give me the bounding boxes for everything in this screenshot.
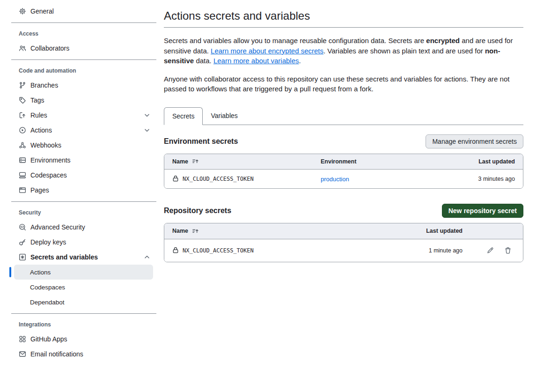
lock-icon bbox=[172, 175, 179, 182]
sidebar-item-tags[interactable]: Tags bbox=[9, 93, 156, 108]
repository-secrets-table: Name Last updated NX_CLOUD_ACCESS_TOKEN … bbox=[164, 223, 523, 262]
mail-icon bbox=[19, 350, 26, 358]
sidebar-item-label: Pages bbox=[30, 186, 49, 194]
browser-icon bbox=[19, 186, 26, 194]
sidebar-section-security: Security bbox=[9, 206, 156, 220]
sidebar-item-label: Actions bbox=[30, 126, 52, 134]
sidebar-subitem-label: Dependabot bbox=[30, 299, 65, 306]
secret-name: NX_CLOUD_ACCESS_TOKEN bbox=[183, 247, 254, 254]
sidebar-item-label: Tags bbox=[30, 96, 44, 104]
key-asterisk-icon bbox=[19, 253, 26, 261]
sidebar-item-email-notifications[interactable]: Email notifications bbox=[9, 347, 156, 362]
learn-more-encrypted-secrets-link[interactable]: Learn more about encrypted secrets bbox=[211, 47, 323, 55]
sidebar-item-github-apps[interactable]: GitHub Apps bbox=[9, 332, 156, 347]
sidebar-item-label: Collaborators bbox=[30, 44, 69, 52]
repository-secrets-heading: Repository secrets bbox=[164, 207, 231, 215]
tab-secrets[interactable]: Secrets bbox=[164, 107, 203, 125]
sidebar-divider bbox=[11, 201, 156, 202]
sidebar-section-access: Access bbox=[9, 27, 156, 41]
sidebar-subitem-codespaces[interactable]: Codespaces bbox=[14, 280, 153, 295]
sidebar-section-integrations: Integrations bbox=[9, 318, 156, 332]
sidebar-subitem-actions[interactable]: Actions bbox=[14, 265, 153, 280]
secret-name-cell: NX_CLOUD_ACCESS_TOKEN bbox=[164, 175, 321, 182]
sidebar-item-label: GitHub Apps bbox=[30, 335, 67, 343]
secret-name: NX_CLOUD_ACCESS_TOKEN bbox=[183, 176, 254, 182]
environment-secrets-heading: Environment secrets bbox=[164, 137, 238, 146]
intro-text-span: . bbox=[299, 57, 301, 65]
sidebar-item-rules[interactable]: Rules bbox=[9, 108, 156, 123]
play-circle-icon bbox=[19, 126, 26, 134]
sidebar-item-branches[interactable]: Branches bbox=[9, 78, 156, 93]
sidebar-item-actions[interactable]: Actions bbox=[9, 123, 156, 138]
last-updated-cell: 1 minute ago bbox=[403, 247, 470, 254]
sort-ascending-icon bbox=[192, 158, 199, 165]
gear-icon bbox=[19, 7, 26, 15]
sidebar-item-label: Email notifications bbox=[30, 350, 83, 358]
chevron-down-icon bbox=[143, 111, 151, 119]
column-header-last-updated: Last updated bbox=[403, 228, 470, 234]
last-updated-cell: 3 minutes ago bbox=[433, 176, 523, 182]
sidebar-item-label: Codespaces bbox=[30, 171, 67, 179]
sidebar-item-webhooks[interactable]: Webhooks bbox=[9, 138, 156, 153]
sidebar-subitem-label: Actions bbox=[30, 269, 51, 276]
environment-cell: production bbox=[321, 175, 433, 183]
column-header-last-updated: Last updated bbox=[433, 158, 523, 165]
lock-icon bbox=[172, 247, 179, 254]
intro-paragraph-2: Anyone with collaborator access to this … bbox=[164, 74, 523, 94]
webhook-icon bbox=[19, 141, 26, 149]
intro-text-span: data. bbox=[194, 57, 213, 65]
intro-text: Secrets and variables allow you to manag… bbox=[164, 36, 523, 94]
tag-icon bbox=[19, 96, 26, 104]
column-header-name[interactable]: Name bbox=[164, 158, 321, 165]
sidebar-item-collaborators[interactable]: Collaborators bbox=[9, 41, 156, 56]
people-icon bbox=[19, 44, 26, 52]
new-repository-secret-button[interactable]: New repository secret bbox=[442, 204, 523, 218]
tab-variables[interactable]: Variables bbox=[203, 107, 245, 125]
sidebar-item-advanced-security[interactable]: Advanced Security bbox=[9, 220, 156, 235]
rules-icon bbox=[19, 111, 26, 119]
sidebar-divider bbox=[11, 313, 156, 314]
codespaces-icon bbox=[19, 171, 26, 179]
sidebar-item-environments[interactable]: Environments bbox=[9, 153, 156, 168]
manage-environment-secrets-button[interactable]: Manage environment secrets bbox=[426, 134, 523, 148]
column-header-label: Name bbox=[172, 158, 188, 165]
sort-ascending-icon bbox=[192, 228, 199, 235]
server-icon bbox=[19, 156, 26, 164]
sidebar-section-code-automation: Code and automation bbox=[9, 64, 156, 78]
column-header-name[interactable]: Name bbox=[164, 228, 403, 235]
sidebar-subitem-label: Codespaces bbox=[30, 284, 65, 291]
sidebar-divider bbox=[11, 59, 156, 60]
sidebar-item-secrets-and-variables[interactable]: Secrets and variables bbox=[9, 250, 156, 265]
environment-link[interactable]: production bbox=[321, 176, 349, 183]
apps-icon bbox=[19, 335, 26, 343]
sidebar-item-label: Environments bbox=[30, 156, 71, 164]
sidebar-item-label: Deploy keys bbox=[30, 238, 66, 246]
row-actions bbox=[470, 247, 523, 254]
settings-page: General Access Collaborators Code and au… bbox=[0, 0, 551, 392]
page-title: Actions secrets and variables bbox=[164, 9, 523, 22]
sidebar-subitem-dependabot[interactable]: Dependabot bbox=[14, 295, 153, 310]
chevron-down-icon bbox=[143, 126, 151, 134]
sidebar-item-deploy-keys[interactable]: Deploy keys bbox=[9, 235, 156, 250]
codescan-icon bbox=[19, 223, 26, 231]
chevron-up-icon bbox=[143, 253, 151, 261]
edit-pencil-icon[interactable] bbox=[486, 247, 494, 254]
title-divider bbox=[164, 27, 523, 28]
git-branch-icon bbox=[19, 81, 26, 89]
sidebar-item-pages[interactable]: Pages bbox=[9, 183, 156, 198]
sidebar-item-codespaces[interactable]: Codespaces bbox=[9, 168, 156, 183]
settings-sidebar: General Access Collaborators Code and au… bbox=[0, 0, 156, 392]
environment-secrets-header-row: Environment secrets Manage environment s… bbox=[164, 134, 523, 149]
table-header-row: Name Environment Last updated bbox=[164, 154, 523, 170]
sidebar-item-label: Secrets and variables bbox=[30, 253, 98, 261]
column-header-label: Name bbox=[172, 228, 188, 234]
intro-bold-encrypted: encrypted bbox=[426, 37, 460, 44]
delete-trash-icon[interactable] bbox=[504, 247, 512, 254]
intro-paragraph-1: Secrets and variables allow you to manag… bbox=[164, 36, 523, 66]
sidebar-item-general[interactable]: General bbox=[9, 4, 156, 19]
sidebar-divider bbox=[11, 22, 156, 23]
intro-text-span: . Variables are shown as plain text and … bbox=[323, 47, 485, 55]
learn-more-variables-link[interactable]: Learn more about variables bbox=[213, 57, 299, 65]
repository-secrets-header-row: Repository secrets New repository secret bbox=[164, 203, 523, 218]
sidebar-item-label: Branches bbox=[30, 81, 58, 89]
